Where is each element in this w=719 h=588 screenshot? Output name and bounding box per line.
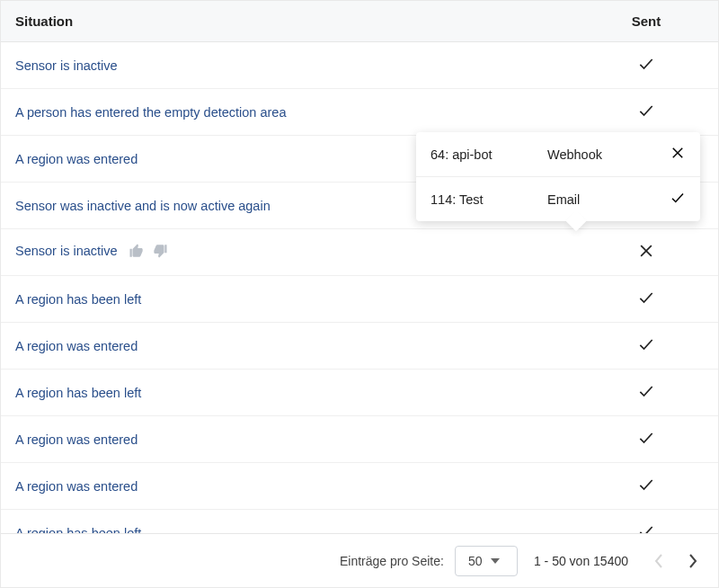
popover-row: 64: api-botWebhook (416, 132, 700, 176)
situation-cell: Sensor is inactive (1, 229, 574, 276)
prev-page-button[interactable] (644, 547, 673, 575)
situation-link[interactable]: A region was entered (15, 339, 138, 353)
column-header-situation[interactable]: Situation (1, 1, 574, 42)
cross-icon (637, 248, 655, 263)
sent-cell[interactable] (574, 229, 718, 276)
table-row: A region has been left (1, 370, 718, 416)
sent-cell[interactable] (574, 463, 718, 510)
situation-link[interactable]: A region was entered (15, 479, 138, 494)
table-row: A region was entered (1, 463, 718, 510)
situation-cell: A region has been left (1, 370, 574, 416)
check-icon (637, 482, 655, 496)
sent-cell[interactable] (574, 42, 718, 89)
table-row: A region has been left (1, 510, 718, 534)
situation-link[interactable]: A region was entered (15, 152, 138, 166)
sent-cell[interactable] (574, 370, 718, 416)
check-icon (637, 295, 655, 309)
situation-cell: A region was entered (1, 463, 574, 510)
page-range-label: 1 - 50 von 15400 (534, 554, 628, 568)
popover-item-type: Webhook (547, 147, 670, 162)
situation-cell: A region was entered (1, 416, 574, 463)
sent-cell[interactable] (574, 416, 718, 463)
situation-link[interactable]: A region was entered (15, 432, 138, 447)
situation-link[interactable]: A region has been left (15, 292, 141, 307)
table-row: A region has been left (1, 276, 718, 323)
sent-detail-popover: 64: api-botWebhook114: TestEmail (416, 132, 700, 221)
table-row: A region was entered (1, 416, 718, 463)
situation-cell: A region has been left (1, 510, 574, 534)
chevron-left-icon (654, 554, 663, 568)
popover-item-name: 64: api-bot (431, 147, 547, 162)
situation-link[interactable]: A region has been left (15, 526, 141, 534)
sent-cell[interactable] (574, 276, 718, 323)
paginator: Einträge pro Seite: 50 1 - 50 von 15400 (1, 533, 718, 587)
situation-cell: A region was entered (1, 323, 574, 370)
pager-buttons (644, 547, 707, 575)
situation-link[interactable]: Sensor is inactive (15, 58, 118, 73)
page-size-label: Einträge pro Seite: (340, 554, 444, 568)
chevron-down-icon (491, 558, 500, 564)
check-icon (637, 435, 655, 450)
check-icon (637, 61, 655, 76)
table-scroll-area[interactable]: Situation Sent Sensor is inactiveA perso… (1, 1, 718, 533)
check-icon (670, 190, 686, 209)
popover-item-name: 114: Test (431, 192, 547, 207)
table-row: A region was entered (1, 323, 718, 370)
cross-icon (670, 145, 686, 164)
check-icon (637, 342, 655, 356)
vote-icons (129, 243, 168, 262)
table-row: A person has entered the empty detection… (1, 89, 718, 136)
table-row: Sensor is inactive (1, 229, 718, 276)
chevron-right-icon (688, 554, 697, 568)
situation-cell: A region has been left (1, 276, 574, 323)
thumbs-down-icon[interactable] (152, 243, 168, 262)
situation-link[interactable]: A region has been left (15, 386, 141, 400)
events-table: Situation Sent Sensor is inactiveA perso… (1, 1, 718, 533)
situation-link[interactable]: Sensor was inactive and is now active ag… (15, 199, 271, 213)
situation-cell: A person has entered the empty detection… (1, 89, 574, 136)
page-size-group: Einträge pro Seite: 50 (340, 546, 518, 576)
check-icon (637, 388, 655, 403)
situation-cell: Sensor is inactive (1, 42, 574, 89)
app-window: Situation Sent Sensor is inactiveA perso… (0, 0, 719, 588)
popover-item-type: Email (547, 192, 670, 207)
sent-cell[interactable] (574, 510, 718, 534)
sent-cell[interactable] (574, 89, 718, 136)
column-header-sent[interactable]: Sent (574, 1, 718, 42)
popover-row: 114: TestEmail (416, 176, 700, 221)
check-icon (637, 108, 655, 122)
next-page-button[interactable] (679, 547, 707, 575)
page-size-select[interactable]: 50 (455, 546, 518, 576)
situation-link[interactable]: A person has entered the empty detection… (15, 105, 286, 120)
page-size-value: 50 (468, 554, 483, 568)
situation-link[interactable]: Sensor is inactive (15, 244, 118, 258)
table-row: Sensor is inactive (1, 42, 718, 89)
sent-cell[interactable] (574, 323, 718, 370)
thumbs-up-icon[interactable] (129, 243, 145, 262)
